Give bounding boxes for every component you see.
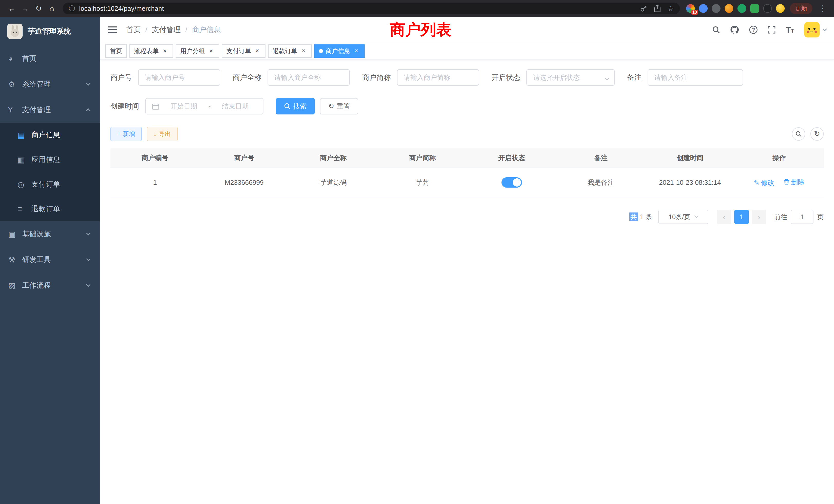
close-icon[interactable]: × — [353, 47, 360, 55]
extension-icon-blue[interactable] — [699, 4, 708, 13]
breadcrumb-separator — [185, 26, 188, 34]
breadcrumb-current: 商户信息 — [192, 25, 221, 35]
prev-page-button[interactable]: ‹ — [717, 210, 731, 224]
user-menu[interactable] — [804, 22, 826, 38]
breadcrumb-payment[interactable]: 支付管理 — [152, 25, 181, 35]
extension-icon-avatar[interactable] — [776, 4, 785, 13]
forward-icon[interactable]: → — [19, 2, 32, 15]
extension-icon-green-square[interactable] — [750, 4, 759, 13]
plus-icon: + — [117, 130, 121, 138]
date-range-picker[interactable]: 开始日期 - 结束日期 — [145, 98, 263, 114]
delete-link[interactable]: 删除 — [784, 178, 805, 187]
tab-label: 用户分组 — [180, 47, 205, 55]
refresh-table-button[interactable]: ↻ — [810, 127, 824, 141]
reset-button[interactable]: ↻ 重置 — [320, 98, 358, 114]
merchant-no-input[interactable] — [138, 69, 220, 86]
extension-icon-gray[interactable] — [712, 4, 721, 13]
browser-toolbar: ← → ↻ ⌂ ⓘ localhost:1024/pay/merchant ☆ … — [0, 0, 834, 17]
fullscreen-icon[interactable] — [768, 26, 775, 33]
site-info-icon[interactable]: ⓘ — [69, 4, 75, 13]
page-number-1[interactable]: 1 — [734, 210, 749, 224]
share-icon[interactable] — [654, 5, 661, 12]
sidebar-item-dev-tools[interactable]: ⚒ 研发工具 — [0, 247, 100, 273]
sidebar-item-merchant-info[interactable]: ▤ 商户信息 — [0, 123, 100, 147]
sidebar-item-home[interactable]: ◕ 首页 — [0, 46, 100, 71]
create-time-label: 创建时间 — [110, 101, 145, 111]
search-button[interactable]: 搜索 — [276, 98, 315, 114]
home-icon[interactable]: ⌂ — [45, 2, 59, 15]
sidebar-item-payment[interactable]: ¥ 支付管理 — [0, 97, 100, 123]
short-name-input[interactable] — [397, 69, 479, 86]
tab-merchant-info[interactable]: 商户信息× — [314, 44, 365, 58]
address-bar-actions: ☆ — [640, 4, 674, 13]
show-search-button[interactable] — [792, 127, 805, 141]
edit-link[interactable]: ✎ 修改 — [754, 178, 774, 187]
col-short-name: 商户简称 — [378, 148, 467, 168]
bookmark-star-icon[interactable]: ☆ — [667, 4, 674, 13]
address-bar[interactable]: ⓘ localhost:1024/pay/merchant ☆ — [63, 3, 680, 14]
col-status: 开启状态 — [467, 148, 556, 168]
full-name-input[interactable] — [267, 69, 350, 86]
chevron-down-icon — [86, 81, 91, 86]
help-icon[interactable]: ? — [749, 26, 758, 34]
export-button[interactable]: ↓ 导出 — [147, 127, 178, 141]
sidebar-logo[interactable]: 芋道管理系统 — [0, 17, 100, 46]
github-icon[interactable] — [730, 25, 739, 34]
extension-icon-dark[interactable] — [763, 4, 772, 13]
export-button-label: 导出 — [159, 130, 171, 138]
breadcrumb: 首页 支付管理 商户信息 — [126, 25, 221, 35]
close-icon[interactable]: × — [207, 47, 215, 55]
filter-row-1: 商户号 商户全称 商户简称 开启状态 请选择开启状态 — [110, 69, 824, 86]
tab-process-form[interactable]: 流程表单× — [129, 44, 173, 58]
tab-pay-orders[interactable]: 支付订单× — [222, 44, 265, 58]
reload-icon[interactable]: ↻ — [32, 2, 45, 15]
chevron-down-icon — [86, 257, 91, 261]
credit-card-icon: ▤ — [18, 131, 31, 140]
breadcrumb-home[interactable]: 首页 — [126, 25, 141, 35]
hamburger-icon[interactable] — [108, 26, 117, 33]
search-icon[interactable] — [712, 26, 720, 33]
chevron-down-icon — [605, 76, 609, 80]
add-button[interactable]: + 新增 — [110, 127, 142, 141]
status-toggle[interactable] — [502, 177, 522, 188]
close-icon[interactable]: × — [161, 47, 169, 55]
full-name-label: 商户全称 — [233, 73, 267, 83]
browser-menu-icon[interactable]: ⋮ — [815, 2, 829, 15]
merchant-table: 商户编号 商户号 商户全称 商户简称 开启状态 备注 创建时间 操作 1 M23… — [110, 148, 824, 197]
sidebar-item-infrastructure[interactable]: ▣ 基础设施 — [0, 221, 100, 247]
navbar-actions: ? TT — [712, 22, 826, 38]
next-page-button[interactable]: › — [752, 210, 766, 224]
app-shell: 芋道管理系统 ◕ 首页 ⚙ 系统管理 ¥ 支付管理 ▤ 商户信息 ▦ 应用信息 — [0, 17, 834, 504]
page-size-select[interactable]: 10条/页 — [658, 210, 708, 224]
logo-avatar — [7, 24, 23, 39]
chrome-update-button[interactable]: 更新 — [790, 3, 812, 14]
grid-icon: ▦ — [18, 155, 31, 164]
payment-submenu: ▤ 商户信息 ▦ 应用信息 ◎ 支付订单 ≡ 退款订单 — [0, 123, 100, 221]
sidebar-item-app-info[interactable]: ▦ 应用信息 — [0, 147, 100, 172]
status-select[interactable]: 请选择开启状态 — [526, 69, 615, 86]
tab-home[interactable]: 首页 — [105, 44, 127, 58]
tab-refund-orders[interactable]: 退款订单× — [268, 44, 312, 58]
extensions-strip: 10 — [684, 4, 787, 13]
cell-status — [467, 168, 556, 197]
font-size-icon[interactable]: TT — [786, 26, 794, 34]
extension-icon-green-check[interactable] — [738, 4, 746, 13]
goto-page-input[interactable] — [791, 210, 813, 224]
extension-icon-colorful[interactable]: 10 — [686, 4, 695, 13]
back-icon[interactable]: ← — [5, 2, 19, 15]
page-jumper: 前往 页 — [774, 210, 824, 224]
sidebar-item-system[interactable]: ⚙ 系统管理 — [0, 71, 100, 97]
sidebar-item-label: 基础设施 — [22, 229, 51, 239]
sidebar-item-pay-orders[interactable]: ◎ 支付订单 — [0, 172, 100, 197]
cell-actions: ✎ 修改 删除 — [734, 168, 824, 197]
close-icon[interactable]: × — [300, 47, 307, 55]
avatar[interactable] — [804, 22, 820, 38]
sidebar-item-refund-orders[interactable]: ≡ 退款订单 — [0, 197, 100, 221]
tab-user-group[interactable]: 用户分组× — [176, 44, 219, 58]
status-placeholder: 请选择开启状态 — [533, 73, 580, 82]
password-key-icon[interactable] — [640, 5, 647, 12]
extension-icon-orange[interactable] — [725, 4, 733, 13]
sidebar-item-workflow[interactable]: ▨ 工作流程 — [0, 273, 100, 298]
close-icon[interactable]: × — [254, 47, 261, 55]
remark-input[interactable] — [648, 69, 743, 86]
